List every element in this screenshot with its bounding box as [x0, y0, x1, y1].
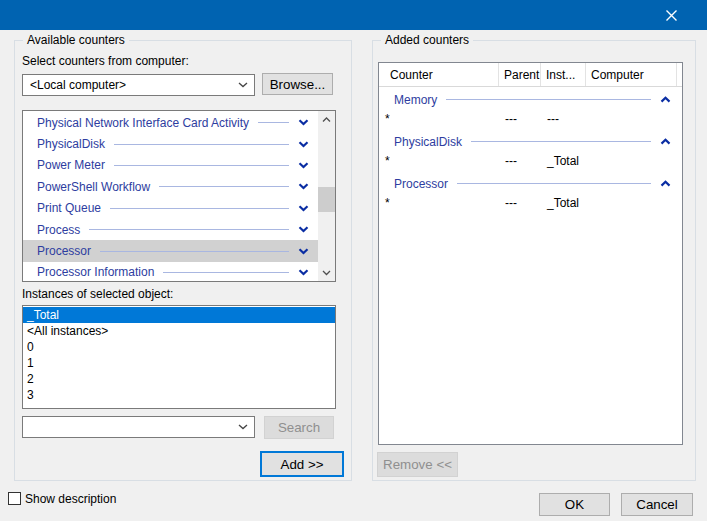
counter-group-header[interactable]: Processor: [379, 174, 682, 193]
counter-list-item[interactable]: PhysicalDisk: [23, 133, 318, 154]
cell-parent: ---: [499, 196, 541, 210]
counter-name: PowerShell Workflow: [37, 180, 150, 194]
show-description-checkbox[interactable]: [8, 492, 21, 505]
added-counters-group-label: Added counters: [381, 33, 473, 47]
scrollbar-thumb[interactable]: [318, 187, 335, 212]
column-header-counter[interactable]: Counter: [379, 63, 499, 86]
instance-list-item[interactable]: <All instances>: [23, 323, 335, 339]
counter-name: Processor: [37, 244, 91, 258]
ok-button[interactable]: OK: [539, 493, 610, 516]
browse-button[interactable]: Browse...: [262, 73, 333, 95]
added-counter-row[interactable]: *------: [379, 109, 682, 129]
chevron-down-icon[interactable]: [298, 162, 309, 169]
chevron-down-icon[interactable]: [298, 141, 309, 148]
close-icon: [665, 9, 678, 22]
rule-line: [89, 229, 289, 230]
counter-name: Process: [37, 223, 80, 237]
counter-group-name: Processor: [394, 177, 448, 191]
add-counters-dialog: Available counters Select counters from …: [0, 0, 707, 521]
cell-counter: *: [379, 112, 499, 126]
available-counters-group-label: Available counters: [23, 33, 129, 47]
rule-line: [114, 165, 289, 166]
column-header-filler: [677, 63, 682, 86]
close-button[interactable]: [648, 0, 694, 30]
counter-name: Print Queue: [37, 201, 101, 215]
select-computer-label: Select counters from computer:: [22, 54, 189, 68]
counter-list-item[interactable]: Physical Network Interface Card Activity: [23, 112, 318, 133]
cell-counter: *: [379, 154, 499, 168]
cell-instance: _Total: [541, 196, 586, 210]
added-counters-table-header: Counter Parent Inst... Computer: [379, 63, 682, 87]
chevron-down-icon[interactable]: [298, 269, 309, 276]
instances-label: Instances of selected object:: [22, 287, 173, 301]
column-header-parent[interactable]: Parent: [499, 63, 541, 86]
counter-name: Physical Network Interface Card Activity: [37, 116, 249, 130]
show-description-label: Show description: [25, 492, 116, 506]
titlebar: [0, 0, 707, 30]
column-header-instance[interactable]: Inst...: [541, 63, 586, 86]
counter-group-header[interactable]: PhysicalDisk: [379, 132, 682, 151]
instance-list-item[interactable]: _Total: [23, 307, 335, 323]
counter-list-item[interactable]: Power Meter: [23, 155, 318, 176]
remove-button[interactable]: Remove <<: [377, 452, 458, 477]
counter-name: PhysicalDisk: [37, 137, 105, 151]
chevron-down-icon[interactable]: [298, 205, 309, 212]
cell-parent: ---: [499, 154, 541, 168]
chevron-down-icon[interactable]: [232, 424, 254, 430]
counter-name: Processor Information: [37, 265, 154, 279]
cell-parent: ---: [499, 112, 541, 126]
chevron-down-icon[interactable]: [298, 248, 309, 255]
scroll-up-button[interactable]: [318, 111, 335, 128]
computer-combobox[interactable]: <Local computer>: [22, 74, 255, 96]
counter-list-item[interactable]: Processor: [23, 240, 318, 261]
instance-list-item[interactable]: 2: [23, 371, 335, 387]
rule-line: [159, 186, 289, 187]
counter-name: Power Meter: [37, 158, 105, 172]
counter-list-item[interactable]: PowerShell Workflow: [23, 176, 318, 197]
added-counters-table[interactable]: Counter Parent Inst... Computer Memory*-…: [378, 62, 683, 445]
added-counter-row[interactable]: *---_Total: [379, 193, 682, 213]
instance-list-item[interactable]: 1: [23, 355, 335, 371]
column-header-computer[interactable]: Computer: [586, 63, 677, 86]
instance-list-item[interactable]: 3: [23, 387, 335, 403]
rule-line: [110, 208, 289, 209]
counter-list-item[interactable]: Processor Information: [23, 262, 318, 282]
counter-list-item[interactable]: Print Queue: [23, 198, 318, 219]
chevron-up-icon[interactable]: [660, 180, 671, 187]
rule-line: [258, 122, 289, 123]
chevron-down-icon[interactable]: [298, 183, 309, 190]
instances-listbox[interactable]: _Total<All instances>0123: [22, 305, 336, 409]
scroll-up-icon: [322, 117, 331, 123]
cancel-button[interactable]: Cancel: [621, 493, 693, 516]
rule-line: [471, 141, 651, 142]
instance-list-item[interactable]: 0: [23, 339, 335, 355]
counter-group-header[interactable]: Memory: [379, 90, 682, 109]
chevron-down-icon[interactable]: [232, 82, 254, 88]
cell-instance: _Total: [541, 154, 586, 168]
rule-line: [446, 99, 651, 100]
search-button[interactable]: Search: [264, 416, 334, 439]
scroll-down-icon: [322, 270, 331, 276]
rule-line: [114, 144, 289, 145]
cell-counter: *: [379, 196, 499, 210]
counter-group-name: PhysicalDisk: [394, 135, 462, 149]
chevron-up-icon[interactable]: [660, 138, 671, 145]
added-counter-row[interactable]: *---_Total: [379, 151, 682, 171]
counter-list-rows: Physical Network Interface Card Activity…: [23, 112, 318, 282]
computer-combobox-value: <Local computer>: [23, 78, 232, 92]
counter-listbox[interactable]: Physical Network Interface Card Activity…: [22, 110, 336, 282]
added-counters-table-body: Memory*------PhysicalDisk*---_TotalProce…: [379, 90, 682, 213]
add-button[interactable]: Add >>: [260, 451, 344, 477]
rule-line: [163, 272, 289, 273]
scroll-down-button[interactable]: [318, 264, 335, 281]
search-combobox[interactable]: [22, 416, 255, 438]
counter-list-item[interactable]: Process: [23, 219, 318, 240]
counter-list-scrollbar[interactable]: [318, 111, 335, 281]
rule-line: [457, 183, 651, 184]
chevron-up-icon[interactable]: [660, 96, 671, 103]
rule-line: [100, 251, 289, 252]
chevron-down-icon[interactable]: [298, 119, 309, 126]
counter-group-name: Memory: [394, 93, 437, 107]
chevron-down-icon[interactable]: [298, 226, 309, 233]
cell-instance: ---: [541, 112, 586, 126]
